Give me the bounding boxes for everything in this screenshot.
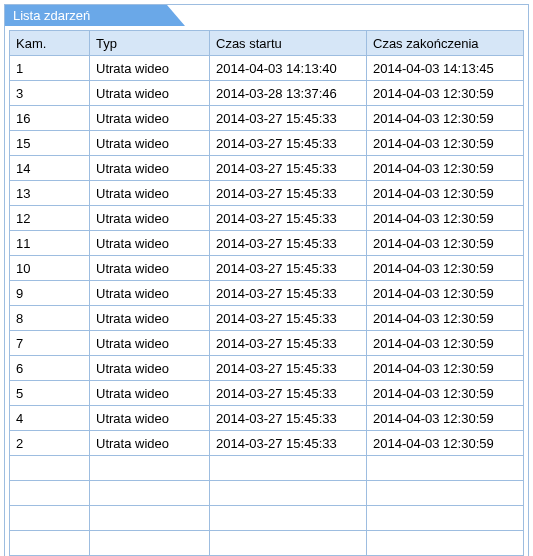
cell-start: 2014-03-27 15:45:33 (210, 131, 367, 156)
cell-typ: Utrata wideo (90, 356, 210, 381)
cell-start: 2014-03-27 15:45:33 (210, 356, 367, 381)
cell-typ: Utrata wideo (90, 181, 210, 206)
cell-start: 2014-03-27 15:45:33 (210, 206, 367, 231)
table-container: Kam. Typ Czas startu Czas zakończenia 1U… (5, 26, 528, 556)
cell-typ: Utrata wideo (90, 381, 210, 406)
cell-kam: 5 (10, 381, 90, 406)
table-row-empty (10, 456, 524, 481)
cell-start: 2014-03-27 15:45:33 (210, 431, 367, 456)
cell-end: 2014-04-03 12:30:59 (367, 281, 524, 306)
cell-end: 2014-04-03 12:30:59 (367, 256, 524, 281)
table-row[interactable]: 8Utrata wideo2014-03-27 15:45:332014-04-… (10, 306, 524, 331)
cell-kam: 3 (10, 81, 90, 106)
table-row[interactable]: 3Utrata wideo2014-03-28 13:37:462014-04-… (10, 81, 524, 106)
cell-kam: 11 (10, 231, 90, 256)
cell-typ: Utrata wideo (90, 431, 210, 456)
cell-end: 2014-04-03 12:30:59 (367, 181, 524, 206)
table-row-empty (10, 481, 524, 506)
event-list-panel: Lista zdarzeń Kam. Typ Czas startu Czas … (4, 4, 529, 556)
cell-typ: Utrata wideo (90, 306, 210, 331)
cell-kam: 15 (10, 131, 90, 156)
col-header-typ[interactable]: Typ (90, 31, 210, 56)
table-row[interactable]: 13Utrata wideo2014-03-27 15:45:332014-04… (10, 181, 524, 206)
cell-end: 2014-04-03 12:30:59 (367, 406, 524, 431)
cell-end: 2014-04-03 12:30:59 (367, 356, 524, 381)
cell-typ: Utrata wideo (90, 131, 210, 156)
cell-start: 2014-03-27 15:45:33 (210, 181, 367, 206)
cell-kam: 7 (10, 331, 90, 356)
cell-start: 2014-03-27 15:45:33 (210, 331, 367, 356)
cell-kam: 16 (10, 106, 90, 131)
cell-start: 2014-03-27 15:45:33 (210, 256, 367, 281)
cell-kam: 14 (10, 156, 90, 181)
cell-start: 2014-03-27 15:45:33 (210, 106, 367, 131)
cell-end: 2014-04-03 14:13:45 (367, 56, 524, 81)
cell-empty (210, 531, 367, 556)
cell-typ: Utrata wideo (90, 56, 210, 81)
cell-typ: Utrata wideo (90, 256, 210, 281)
cell-empty (10, 531, 90, 556)
cell-start: 2014-03-27 15:45:33 (210, 281, 367, 306)
cell-end: 2014-04-03 12:30:59 (367, 156, 524, 181)
table-row[interactable]: 4Utrata wideo2014-03-27 15:45:332014-04-… (10, 406, 524, 431)
cell-end: 2014-04-03 12:30:59 (367, 131, 524, 156)
table-row[interactable]: 14Utrata wideo2014-03-27 15:45:332014-04… (10, 156, 524, 181)
table-row[interactable]: 5Utrata wideo2014-03-27 15:45:332014-04-… (10, 381, 524, 406)
cell-typ: Utrata wideo (90, 331, 210, 356)
cell-typ: Utrata wideo (90, 81, 210, 106)
col-header-end[interactable]: Czas zakończenia (367, 31, 524, 56)
cell-start: 2014-03-27 15:45:33 (210, 231, 367, 256)
col-header-kam[interactable]: Kam. (10, 31, 90, 56)
cell-typ: Utrata wideo (90, 206, 210, 231)
cell-end: 2014-04-03 12:30:59 (367, 431, 524, 456)
cell-typ: Utrata wideo (90, 156, 210, 181)
cell-start: 2014-03-27 15:45:33 (210, 306, 367, 331)
cell-end: 2014-04-03 12:30:59 (367, 381, 524, 406)
cell-start: 2014-04-03 14:13:40 (210, 56, 367, 81)
cell-empty (210, 506, 367, 531)
cell-kam: 2 (10, 431, 90, 456)
table-header-row: Kam. Typ Czas startu Czas zakończenia (10, 31, 524, 56)
table-row[interactable]: 9Utrata wideo2014-03-27 15:45:332014-04-… (10, 281, 524, 306)
cell-start: 2014-03-27 15:45:33 (210, 156, 367, 181)
cell-typ: Utrata wideo (90, 106, 210, 131)
cell-end: 2014-04-03 12:30:59 (367, 231, 524, 256)
table-row[interactable]: 12Utrata wideo2014-03-27 15:45:332014-04… (10, 206, 524, 231)
cell-empty (367, 481, 524, 506)
cell-empty (90, 456, 210, 481)
col-header-start[interactable]: Czas startu (210, 31, 367, 56)
cell-start: 2014-03-27 15:45:33 (210, 406, 367, 431)
table-row[interactable]: 2Utrata wideo2014-03-27 15:45:332014-04-… (10, 431, 524, 456)
cell-empty (367, 456, 524, 481)
event-table: Kam. Typ Czas startu Czas zakończenia 1U… (9, 30, 524, 556)
table-row[interactable]: 1Utrata wideo2014-04-03 14:13:402014-04-… (10, 56, 524, 81)
cell-empty (90, 481, 210, 506)
cell-empty (10, 481, 90, 506)
cell-typ: Utrata wideo (90, 406, 210, 431)
table-row[interactable]: 7Utrata wideo2014-03-27 15:45:332014-04-… (10, 331, 524, 356)
table-row[interactable]: 15Utrata wideo2014-03-27 15:45:332014-04… (10, 131, 524, 156)
cell-kam: 1 (10, 56, 90, 81)
table-row[interactable]: 6Utrata wideo2014-03-27 15:45:332014-04-… (10, 356, 524, 381)
table-row[interactable]: 10Utrata wideo2014-03-27 15:45:332014-04… (10, 256, 524, 281)
cell-typ: Utrata wideo (90, 281, 210, 306)
cell-kam: 9 (10, 281, 90, 306)
cell-empty (367, 531, 524, 556)
cell-empty (10, 456, 90, 481)
table-row[interactable]: 16Utrata wideo2014-03-27 15:45:332014-04… (10, 106, 524, 131)
cell-empty (210, 481, 367, 506)
table-row-empty (10, 531, 524, 556)
cell-empty (210, 456, 367, 481)
cell-typ: Utrata wideo (90, 231, 210, 256)
cell-empty (90, 531, 210, 556)
cell-empty (10, 506, 90, 531)
cell-kam: 10 (10, 256, 90, 281)
cell-empty (367, 506, 524, 531)
table-row[interactable]: 11Utrata wideo2014-03-27 15:45:332014-04… (10, 231, 524, 256)
cell-kam: 4 (10, 406, 90, 431)
cell-end: 2014-04-03 12:30:59 (367, 306, 524, 331)
cell-end: 2014-04-03 12:30:59 (367, 81, 524, 106)
cell-kam: 13 (10, 181, 90, 206)
cell-kam: 12 (10, 206, 90, 231)
cell-empty (90, 506, 210, 531)
